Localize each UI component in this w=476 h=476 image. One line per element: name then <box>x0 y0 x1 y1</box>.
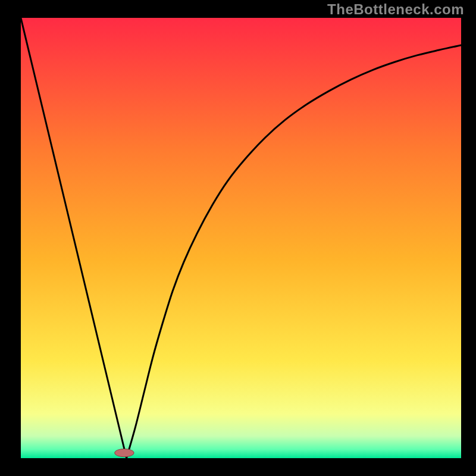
chart-plot <box>21 18 461 458</box>
figure-frame: TheBottleneck.com <box>0 0 476 476</box>
optimum-marker <box>115 449 134 456</box>
gradient-background <box>21 18 461 458</box>
watermark-text: TheBottleneck.com <box>327 1 464 18</box>
